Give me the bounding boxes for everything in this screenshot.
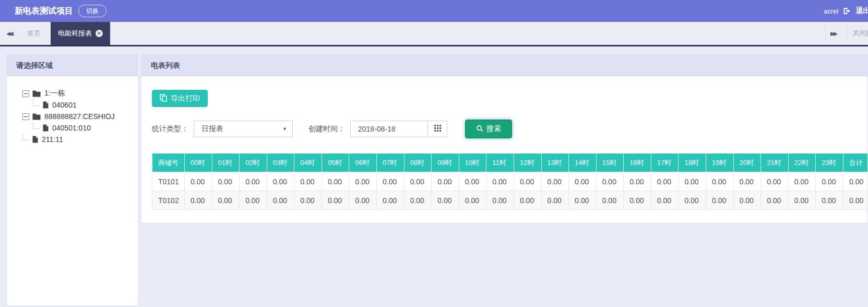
tree-node-label: 040501:010	[52, 124, 91, 132]
table-cell: 0.00	[432, 172, 459, 191]
table-cell: 0.00	[432, 191, 459, 210]
table-cell: 0.00	[569, 191, 597, 210]
meter-table: 商铺号00时01时02时03时04时05时06时07时08时09时10时11时1…	[152, 153, 868, 210]
create-time-label: 创建时间：	[308, 124, 345, 134]
table-cell: 0.00	[377, 191, 405, 210]
column-header: 23时	[816, 154, 843, 172]
table-cell: 0.00	[569, 172, 597, 191]
create-time-input[interactable]	[350, 121, 427, 137]
meter-list-content: 导出打印 统计类型： 日报表 ▼ 创建时间：	[141, 76, 867, 210]
tabs-scroll-right-button[interactable]: ▶▶	[830, 22, 838, 45]
table-cell: 0.00	[761, 172, 789, 191]
column-header: 20时	[733, 154, 761, 172]
username-label: acrel	[824, 7, 838, 15]
meter-table-body: T01010.000.000.000.000.000.000.000.000.0…	[152, 172, 868, 210]
search-button-label: 搜索	[486, 124, 501, 134]
table-row: T01020.000.000.000.000.000.000.000.000.0…	[152, 191, 868, 210]
tree-node-folder[interactable]: 1:一栋	[22, 88, 133, 99]
table-cell: 0.00	[843, 172, 868, 191]
table-cell: 0.00	[541, 172, 569, 191]
calendar-picker-button[interactable]	[427, 121, 447, 137]
tab-bar: ◀◀ 首页 电能耗报表 ✕ ▶▶ 关闭操作	[0, 22, 868, 46]
table-cell: 0.00	[514, 172, 541, 191]
area-tree: 1:一栋040601888888827:CESHIOJ040501:010211…	[7, 76, 138, 145]
table-cell: 0.00	[212, 191, 240, 210]
double-chevron-right-icon: ▶▶	[830, 30, 836, 37]
table-cell: 0.00	[185, 172, 212, 191]
tabbar-divider	[847, 25, 847, 42]
column-header: 19时	[706, 154, 733, 172]
table-cell: 0.00	[322, 172, 349, 191]
tab-energy-report-label: 电能耗报表	[58, 29, 92, 38]
tree-connector-line	[33, 122, 40, 129]
stat-type-selected-value: 日报表	[201, 124, 223, 134]
column-header: 18时	[679, 154, 706, 172]
area-panel-title: 请选择区域	[7, 55, 138, 76]
export-print-label: 导出打印	[171, 94, 200, 103]
top-navbar: 新电表测试项目 切换 acrel 退出	[0, 0, 868, 22]
column-header: 21时	[761, 154, 789, 172]
tab-energy-report[interactable]: 电能耗报表 ✕	[51, 22, 110, 45]
table-cell: 0.00	[377, 172, 405, 191]
table-cell: 0.00	[788, 191, 816, 210]
table-cell: 0.00	[459, 172, 486, 191]
filter-row: 统计类型： 日报表 ▼ 创建时间：	[152, 120, 867, 138]
tree-node-folder[interactable]: 888888827:CESHIOJ	[22, 111, 133, 122]
column-header: 17时	[651, 154, 679, 172]
logout-button[interactable]: 退出	[855, 6, 868, 16]
table-cell: 0.00	[185, 191, 212, 210]
tree-node-label: 040601	[52, 101, 77, 109]
table-cell: 0.00	[404, 191, 432, 210]
column-header: 09时	[432, 154, 459, 172]
table-cell: 0.00	[624, 191, 651, 210]
table-cell: 0.00	[404, 172, 432, 191]
column-header: 11时	[486, 154, 514, 172]
column-header: 02时	[240, 154, 267, 172]
tree-node-label: 1:一栋	[44, 89, 65, 98]
table-cell: 0.00	[816, 191, 843, 210]
table-cell: 0.00	[816, 172, 843, 191]
project-title: 新电表测试项目	[15, 0, 73, 22]
table-cell: 0.00	[733, 172, 761, 191]
tree-connector-line	[22, 134, 29, 140]
tree-node-label: 211:11	[42, 135, 63, 144]
table-cell: 0.00	[267, 191, 294, 210]
tab-home[interactable]: 首页	[21, 22, 47, 45]
column-header: 01时	[212, 154, 240, 172]
tree-collapse-toggle[interactable]	[22, 113, 29, 120]
copy-document-icon	[160, 94, 167, 103]
search-button[interactable]: 搜索	[465, 120, 512, 138]
table-row: T01010.000.000.000.000.000.000.000.000.0…	[152, 172, 868, 191]
column-header: 07时	[377, 154, 405, 172]
tree-collapse-toggle[interactable]	[22, 90, 29, 97]
table-cell: 0.00	[486, 172, 514, 191]
table-cell: 0.00	[349, 172, 377, 191]
table-cell: 0.00	[679, 172, 706, 191]
table-cell: 0.00	[459, 191, 486, 210]
file-icon	[43, 124, 49, 132]
column-header: 00时	[185, 154, 212, 172]
column-header: 04时	[294, 154, 322, 172]
close-tab-icon[interactable]: ✕	[96, 30, 103, 37]
stat-type-select[interactable]: 日报表 ▼	[194, 121, 293, 137]
close-operations-menu[interactable]: 关闭操作	[852, 22, 868, 45]
navbar-right: acrel 退出	[824, 0, 868, 22]
table-cell: 0.00	[651, 172, 679, 191]
meter-list-title: 电表列表	[141, 55, 867, 76]
column-header: 22时	[788, 154, 816, 172]
table-cell: 0.00	[733, 191, 761, 210]
export-print-button[interactable]: 导出打印	[152, 90, 208, 107]
tree-node-file[interactable]: 211:11	[22, 134, 133, 145]
table-cell: 0.00	[541, 191, 569, 210]
tree-node-file[interactable]: 040501:010	[22, 122, 133, 134]
tree-node-file[interactable]: 040601	[22, 99, 133, 111]
table-cell: 0.00	[267, 172, 294, 191]
table-cell: 0.00	[322, 191, 349, 210]
tabs-scroll-left-button[interactable]: ◀◀	[6, 22, 14, 45]
switch-project-button[interactable]: 切换	[78, 5, 106, 17]
column-header: 12时	[514, 154, 541, 172]
table-cell: 0.00	[788, 172, 816, 191]
sign-out-icon[interactable]	[843, 7, 851, 15]
column-header: 10时	[459, 154, 486, 172]
double-chevron-left-icon: ◀◀	[6, 30, 12, 37]
